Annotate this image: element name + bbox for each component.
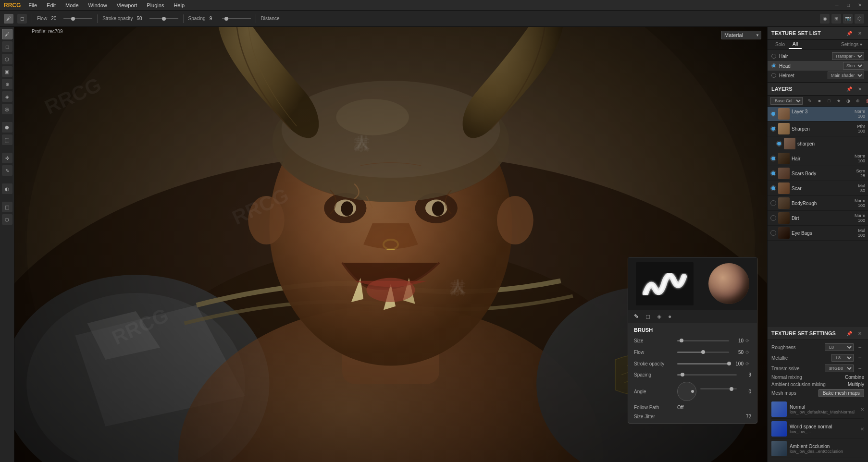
layer-vis-scar[interactable] — [770, 185, 776, 191]
layer-item-dirt[interactable]: Dirt Norm 100 — [768, 211, 868, 226]
menu-window[interactable]: Window — [87, 1, 109, 9]
mesh-map-normal[interactable]: Normal low_low_defaultMat_MeshNormal ✕ — [771, 400, 864, 419]
layer-add-paint-layer-btn[interactable]: ✎ — [806, 97, 814, 105]
3d-view-icon[interactable]: ◉ — [820, 14, 830, 24]
brush-size-value[interactable]: 10 — [729, 338, 744, 343]
window-maximize-btn[interactable]: □ — [844, 1, 853, 10]
brush-tab-paint[interactable]: ✎ — [632, 312, 641, 321]
layer-opacity-sharpen[interactable]: 100 — [854, 129, 865, 134]
menu-viewport[interactable]: Viewport — [115, 1, 139, 9]
layer-vis-eyebags[interactable] — [770, 230, 776, 236]
stroke-opacity-slider[interactable] — [149, 18, 178, 19]
smear-tool[interactable]: ◈ — [2, 91, 12, 102]
clone-tool[interactable]: ⊕ — [2, 79, 12, 89]
spacing-slider[interactable] — [222, 18, 251, 19]
angle-wheel[interactable] — [677, 382, 696, 401]
menu-help[interactable]: Help — [172, 1, 186, 9]
mesh-map-worldnormal[interactable]: World space normal low_low_... ✕ — [771, 420, 864, 438]
bake-mesh-maps-btn[interactable]: Bake mesh maps — [818, 389, 864, 397]
brush-stroke-slider[interactable] — [677, 360, 729, 367]
layer-opacity-layer3[interactable]: 100 — [854, 114, 865, 119]
paint-brush-tool[interactable]: 🖌 — [2, 29, 12, 39]
brush-tab-clone[interactable]: ◈ — [655, 312, 663, 321]
tss-pin-btn[interactable]: 📌 — [845, 329, 854, 338]
layer-item-eyebags[interactable]: Eye Bags Mul 100 — [768, 226, 868, 241]
texture-radio-head[interactable] — [771, 63, 776, 68]
layer-mode-layer3[interactable]: Norm — [855, 109, 865, 114]
brush-angle-slider[interactable] — [700, 388, 737, 395]
layer-item-hair[interactable]: Hair Norm 100 — [768, 151, 868, 166]
tss-roughness-minus[interactable]: − — [856, 343, 864, 352]
tss-roughness-select[interactable]: L8L16sRGB8 — [825, 343, 854, 351]
layer-item-scar[interactable]: Scar Mul 80 — [768, 181, 868, 196]
tss-close-btn[interactable]: ✕ — [856, 329, 864, 338]
brush-spacing-value[interactable]: 9 — [737, 372, 751, 377]
texture-shader-hair[interactable]: Transpar~ — [832, 52, 864, 60]
layer-mode-scars-body[interactable]: Scrn — [856, 169, 865, 173]
stroke-opacity-value[interactable]: 50 — [137, 16, 146, 21]
mesh-map-ao[interactable]: Ambient Occlusion low_low_des...entOcclu… — [771, 439, 864, 458]
window-minimize-btn[interactable]: ─ — [832, 1, 841, 10]
follow-path-value[interactable]: Off — [677, 405, 683, 410]
polygon-fill-tool[interactable]: ⬟ — [2, 122, 12, 133]
brush-flow-value[interactable]: 50 — [729, 350, 744, 355]
layers-pin-btn[interactable]: 📌 — [845, 85, 854, 93]
eraser-tool-icon[interactable]: ◻ — [17, 14, 27, 24]
brush-size-reset[interactable]: ⟳ — [744, 337, 751, 344]
layer-vis-sharpen-sub[interactable] — [776, 141, 782, 146]
layer-opacity-hair[interactable]: 100 — [854, 158, 865, 163]
layer-vis-sharpen[interactable] — [770, 126, 776, 132]
annotation-tool[interactable]: ✎ — [2, 165, 12, 176]
layer-item-sharpen[interactable]: Sharpen Pthr 100 — [768, 122, 868, 136]
selection-tool[interactable]: ⬚ — [2, 134, 12, 145]
layer-opacity-dirt[interactable]: 100 — [854, 218, 865, 223]
layer-fx-btn[interactable]: ★ — [834, 97, 843, 105]
layer-vis-scars-body[interactable] — [770, 170, 776, 176]
eraser-tool[interactable]: ◻ — [2, 41, 12, 52]
layer-clone-btn[interactable]: ⊕ — [854, 97, 862, 105]
layer-vis-hair[interactable] — [770, 156, 776, 161]
brush-size-slider[interactable] — [677, 337, 729, 344]
tss-transmissive-minus[interactable]: − — [856, 364, 864, 373]
layer-mode-scar[interactable]: Mul — [858, 183, 865, 188]
menu-mode[interactable]: Mode — [63, 1, 81, 9]
flow-value[interactable]: 20 — [51, 16, 60, 21]
tss-metallic-minus[interactable]: − — [856, 353, 864, 362]
texture-set-close-btn[interactable]: ✕ — [856, 29, 864, 37]
layer-opacity-scars-body[interactable]: 28 — [854, 173, 865, 178]
color-picker-tool[interactable]: ◐ — [2, 183, 12, 194]
tab-solo[interactable]: Solo — [771, 40, 789, 49]
layer-add-group-btn[interactable]: □ — [825, 97, 833, 105]
layer-mode-sharpen[interactable]: Pthr — [857, 124, 865, 129]
texture-item-hair[interactable]: Hair Transpar~ — [768, 51, 868, 61]
brush-tool-icon[interactable]: 🖌 — [4, 14, 13, 24]
mesh-map-normal-close-btn[interactable]: ✕ — [860, 407, 864, 412]
size-jitter-value[interactable]: 72 — [746, 414, 751, 419]
texture-radio-helmet[interactable] — [771, 73, 776, 78]
viewport-selector[interactable]: Material BaseColor Roughness Metallic No… — [721, 31, 761, 39]
window-close-btn[interactable]: ✕ — [856, 1, 864, 10]
layer-mode-hair[interactable]: Norm — [855, 154, 865, 158]
texture-view-icon[interactable]: ⊞ — [831, 14, 841, 24]
layer-delete-btn[interactable]: 🗑 — [863, 97, 868, 105]
layer-vis-layer3[interactable] — [770, 111, 776, 117]
texture-item-helmet[interactable]: Helmet Main shader — [768, 71, 868, 80]
texture-set-pin-btn[interactable]: 📌 — [845, 29, 854, 37]
camera-icon[interactable]: 📷 — [843, 14, 853, 24]
fill-tool[interactable]: ▣ — [2, 66, 12, 77]
menu-plugins[interactable]: Plugins — [145, 1, 166, 9]
layer-item-sharpen-sub[interactable]: sharpen — [768, 136, 868, 151]
texture-item-head[interactable]: Head Skin — [768, 61, 868, 71]
layer-opacity-bodyrough[interactable]: 100 — [854, 203, 865, 208]
texture-radio-hair[interactable] — [771, 54, 776, 59]
layer-mode-dirt[interactable]: Norm — [855, 213, 865, 218]
layers-close-btn[interactable]: ✕ — [856, 85, 864, 93]
texture-shader-helmet[interactable]: Main shader — [828, 72, 864, 79]
layer-picker-tool[interactable]: ◫ — [2, 202, 12, 212]
tab-all[interactable]: All — [789, 40, 802, 49]
flow-slider[interactable] — [63, 18, 92, 19]
layer-item-bodyrough[interactable]: BodyRough Norm 100 — [768, 196, 868, 211]
base-col-select[interactable]: Base Col — [770, 97, 803, 105]
layer-item-layer3[interactable]: Layer 3 ----- Norm 100 — [768, 107, 868, 122]
transform-tool[interactable]: ✜ — [2, 153, 12, 163]
